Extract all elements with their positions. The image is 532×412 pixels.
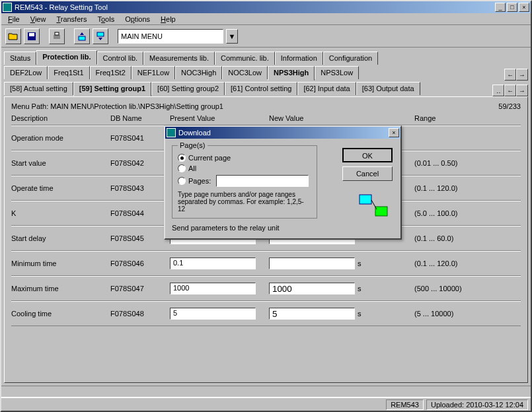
subtab-next-button[interactable]: → [516,69,528,81]
statusbar-spacer [1,386,531,397]
pagetab-prev-button[interactable]: ← [504,85,516,96]
row-description: Operation mode [11,134,110,142]
pages-input[interactable] [216,175,309,187]
tab-communic-lib-[interactable]: Communic. lib. [215,52,275,65]
tab-status[interactable]: Status [4,52,36,65]
unit-label: s [355,310,368,318]
row-description: Maximum time [11,285,110,292]
tab-noc3low[interactable]: NOC3Low [222,66,268,79]
tab--58-actual-setting[interactable]: [58] Actual setting [4,82,73,95]
tab-information[interactable]: Information [275,52,323,65]
row-range: (0.1 ... 120.0) [414,184,494,192]
data-row: Minimum timeF078S0460.1s(0.1 ... 120.0) [11,251,521,276]
pages-group-label: Page(s) [178,141,208,149]
send-text: Send parameters to the relay unit [172,224,394,232]
page-indicator: 59/233 [498,102,521,110]
pages-hint: Type page numbers and/or page ranges sep… [178,191,310,213]
menu-view[interactable]: View [26,14,50,24]
svg-rect-3 [55,32,59,35]
menu-file[interactable]: File [4,14,24,24]
svg-rect-6 [360,195,371,204]
dialog-title: Download [178,129,389,137]
print-button[interactable] [49,28,65,44]
present-value-field: 5 [170,308,256,320]
app-icon [3,3,12,12]
row-dbname: F078S043 [110,184,170,192]
row-dbname: F078S045 [110,234,170,242]
present-value-field: 0.1 [170,258,256,269]
col-range: Range [414,114,494,122]
new-value-input[interactable] [269,308,355,320]
row-dbname: F078S047 [110,285,170,292]
menu-dropdown[interactable]: MAIN MENU [118,29,223,44]
cancel-button[interactable]: Cancel [342,166,393,181]
tab-configuration[interactable]: Configuration [323,52,378,65]
upload-button[interactable] [74,28,90,44]
tab-nef1low[interactable]: NEF1Low [132,66,175,79]
row-description: Cooling time [11,310,110,318]
menubar: File View Transfers Tools Options Help [1,13,531,25]
menu-options[interactable]: Options [121,14,154,24]
row-description: Start delay [11,234,110,242]
radio-icon [178,177,186,185]
menu-transfers[interactable]: Transfers [52,14,91,24]
tab--60-setting-group2[interactable]: [60] Setting group2 [151,82,225,95]
tab-protection-lib-[interactable]: Protection lib. [36,50,96,65]
menu-tools[interactable]: Tools [93,14,118,24]
svg-rect-4 [79,36,85,40]
svg-rect-5 [97,32,104,36]
pagetab-next-button[interactable]: → [516,85,528,96]
subtab-prev-button[interactable]: ← [504,69,516,81]
maximize-button[interactable]: □ [507,3,517,12]
save-button[interactable] [24,28,40,44]
tab--61-control-setting[interactable]: [61] Control setting [225,82,297,95]
new-value-input[interactable] [269,283,355,294]
menu-help[interactable]: Help [157,14,180,24]
pages-group: Page(s) Current page All Pages: Type pag… [172,145,317,219]
row-range: (0.1 ... 60.0) [414,234,494,242]
menu-path: Menu Path: MAIN MENU\Protection lib.\NPS… [11,102,223,110]
unit-label: s [355,285,368,292]
row-dbname: F078S041 [110,134,170,142]
window-title: REM543 - Relay Setting Tool [15,3,495,11]
tab-control-lib-[interactable]: Control lib. [97,52,144,65]
dialog-icon [167,128,176,137]
radio-icon [178,154,186,162]
tab-measurements-lib-[interactable]: Measurements lib. [143,52,215,65]
radio-pages[interactable]: Pages: [178,175,311,187]
new-value-input[interactable] [269,258,355,269]
present-value-field: 1000 [170,283,256,294]
tab-nps3low[interactable]: NPS3Low [315,66,359,79]
row-range: (5.0 ... 100.0) [414,209,494,217]
close-button[interactable]: × [519,3,529,12]
dialog-close-button[interactable]: × [389,128,399,137]
download-dialog: Download × Page(s) Current page All Page… [164,125,402,240]
row-dbname: F078S042 [110,159,170,167]
dropdown-arrow-button[interactable]: ▼ [226,29,238,44]
unit-label: s [355,259,368,267]
radio-current-page[interactable]: Current page [178,154,311,162]
col-description: Description [11,114,110,122]
open-button[interactable] [5,28,21,44]
tab-nps3high[interactable]: NPS3High [268,66,315,81]
tab-freq1st1[interactable]: Freq1St1 [48,66,89,79]
download-button[interactable] [93,28,108,44]
tab--59-setting-group1[interactable]: [59] Setting group1 [73,82,151,96]
status-uploaded: Uploaded: 2010-03-12 12:04 [426,399,528,410]
row-dbname: F078S044 [110,209,170,217]
row-range: (0.1 ... 120.0) [414,259,494,267]
transfer-icon [358,193,389,217]
radio-all[interactable]: All [178,164,311,172]
column-headers: Description DB Name Present Value New Va… [11,112,521,125]
status-device: REM543 [386,399,424,410]
tab--63-output-data[interactable]: [63] Output data [356,82,420,95]
tab-freq1st2[interactable]: Freq1St2 [90,66,132,79]
tab-noc3high[interactable]: NOC3High [175,66,222,79]
pagetab-more-button[interactable]: ‥ [492,85,504,96]
svg-rect-2 [54,35,60,39]
tab-def2low[interactable]: DEF2Low [4,66,48,79]
minimize-button[interactable]: _ [495,3,506,12]
tab--62-input-data[interactable]: [62] Input data [297,82,356,95]
ok-button[interactable]: OK [342,148,393,162]
svg-rect-7 [375,207,387,216]
